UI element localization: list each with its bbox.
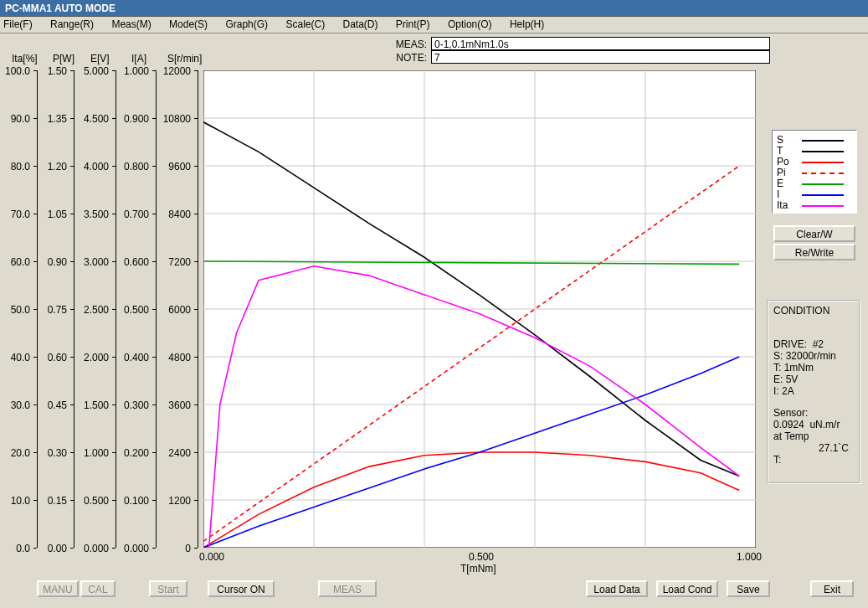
cond-t-v: 1mNm xyxy=(784,362,814,374)
ytick: 1.000 xyxy=(75,447,109,459)
cond-attemp-v: 27.1`C xyxy=(819,442,849,454)
ytick: 0.000 xyxy=(116,543,149,554)
xaxis-title: T[mNm] xyxy=(460,563,496,575)
xtick-1: 0.500 xyxy=(469,551,494,563)
cond-e-v: 5V xyxy=(786,374,799,385)
load-cond-button[interactable]: Load Cond xyxy=(656,580,718,597)
ytick: 0.700 xyxy=(116,209,149,220)
exit-button[interactable]: Exit xyxy=(810,580,854,597)
legend-swatch-pi xyxy=(802,173,844,174)
ytick: 0.75 xyxy=(39,304,67,316)
menu-scale[interactable]: Scale(C) xyxy=(285,18,325,30)
legend-swatch-e xyxy=(802,183,844,185)
legend-label-t: T xyxy=(777,145,783,157)
ytick: 1.05 xyxy=(39,209,67,220)
cursor-on-button[interactable]: Cursor ON xyxy=(208,580,275,597)
cond-t-l: T: xyxy=(773,362,781,374)
clear-w-button[interactable]: Clear/W xyxy=(773,225,855,242)
rewrite-button[interactable]: Re/Write xyxy=(773,244,855,260)
ytick: 9600 xyxy=(157,161,191,173)
legend-swatch-s xyxy=(802,140,844,142)
legend-swatch-i xyxy=(802,194,844,196)
ytick: 1.20 xyxy=(39,161,67,173)
ytick: 0.90 xyxy=(39,256,67,268)
legend-label-s: S xyxy=(777,134,783,146)
ytick: 50.0 xyxy=(2,304,30,316)
menu-data[interactable]: Data(D) xyxy=(343,18,378,30)
legend-swatch-ita xyxy=(802,205,844,207)
ytick: 5.000 xyxy=(75,65,109,77)
ytick: 0.000 xyxy=(75,543,109,554)
cond-sensor-v: 0.0924 xyxy=(773,419,804,430)
meas-field[interactable]: 0-1,0.1mNm1.0s xyxy=(431,37,770,50)
ytick: 0.0 xyxy=(2,543,30,554)
ytick: 40.0 xyxy=(2,352,30,363)
ytick: 90.0 xyxy=(2,113,30,125)
legend-swatch-po xyxy=(802,162,844,163)
chart-area xyxy=(203,70,756,548)
save-button[interactable]: Save xyxy=(727,580,770,597)
ytick: 1.000 xyxy=(116,65,149,77)
menu-bar: File(F) Range(R) Meas(M) Mode(S) Graph(G… xyxy=(0,17,868,33)
meas-label: MEAS: xyxy=(385,39,427,50)
ytick: 6000 xyxy=(157,304,191,316)
load-data-button[interactable]: Load Data xyxy=(586,580,648,597)
note-label: NOTE: xyxy=(385,52,427,64)
ytick: 1.50 xyxy=(39,65,67,77)
menu-option[interactable]: Option(O) xyxy=(448,18,492,30)
ytick: 4.500 xyxy=(75,113,109,125)
menu-graph[interactable]: Graph(G) xyxy=(225,18,268,30)
legend-label-pi: Pi xyxy=(777,167,786,178)
ytick: 70.0 xyxy=(2,209,30,220)
app-title: PC-MMA1 AUTO MODE xyxy=(5,3,116,14)
ytick: 0.400 xyxy=(116,352,149,363)
ytick: 0.200 xyxy=(116,447,149,459)
ytick: 10.0 xyxy=(2,495,30,507)
ytick: 7200 xyxy=(157,256,191,268)
condition-panel: CONDITION DRIVE: #2 S: 32000r/min T: 1mN… xyxy=(767,300,860,484)
yaxis-title-e: E[V] xyxy=(90,53,110,64)
menu-mode[interactable]: Mode(S) xyxy=(169,18,208,30)
menu-file[interactable]: File(F) xyxy=(3,18,33,30)
cond-t2-l: T: xyxy=(773,454,854,466)
legend-label-i: I xyxy=(777,188,779,200)
ytick: 2.000 xyxy=(75,352,109,363)
ytick: 0.500 xyxy=(75,495,109,507)
ytick: 10800 xyxy=(157,113,191,125)
menu-print[interactable]: Print(P) xyxy=(396,18,430,30)
yaxis-title-p: P[W] xyxy=(53,53,74,64)
cond-attemp-l: at Temp xyxy=(773,430,809,442)
ytick: 3.500 xyxy=(75,209,109,220)
menu-help[interactable]: Help(H) xyxy=(510,18,544,30)
ytick: 0.600 xyxy=(116,256,149,268)
yaxis-title-ita: Ita[%] xyxy=(12,53,38,64)
ytick: 0.60 xyxy=(39,352,67,363)
note-field[interactable]: 7 xyxy=(431,50,770,64)
menu-range[interactable]: Range(R) xyxy=(50,18,94,30)
ytick: 12000 xyxy=(157,65,191,77)
xtick-0: 0.000 xyxy=(199,551,224,563)
meas-button[interactable]: MEAS xyxy=(318,580,377,597)
start-button[interactable]: Start xyxy=(149,580,187,597)
cal-button[interactable]: CAL xyxy=(80,580,116,597)
ytick: 0.800 xyxy=(116,161,149,173)
ytick: 0.900 xyxy=(116,113,149,125)
legend-label-e: E xyxy=(777,178,783,189)
cond-s-l: S: xyxy=(773,350,783,362)
cond-i-v: 2A xyxy=(782,385,794,397)
menu-meas[interactable]: Meas(M) xyxy=(111,18,151,30)
ytick: 1200 xyxy=(157,495,191,507)
cond-sensor-l: Sensor: xyxy=(773,407,854,419)
ytick: 0.30 xyxy=(39,447,67,459)
yaxis-title-i: I[A] xyxy=(131,53,146,64)
ytick: 30.0 xyxy=(2,399,30,411)
ytick: 4.000 xyxy=(75,161,109,173)
ytick: 1.35 xyxy=(39,113,67,125)
cond-drive-v: #2 xyxy=(813,338,824,350)
ytick: 0.500 xyxy=(116,304,149,316)
condition-heading: CONDITION xyxy=(773,305,854,317)
yaxis-title-s: S[r/min] xyxy=(167,53,202,64)
ytick: 0.100 xyxy=(116,495,149,507)
manu-button[interactable]: MANU xyxy=(37,580,79,597)
cond-e-l: E: xyxy=(773,374,783,385)
